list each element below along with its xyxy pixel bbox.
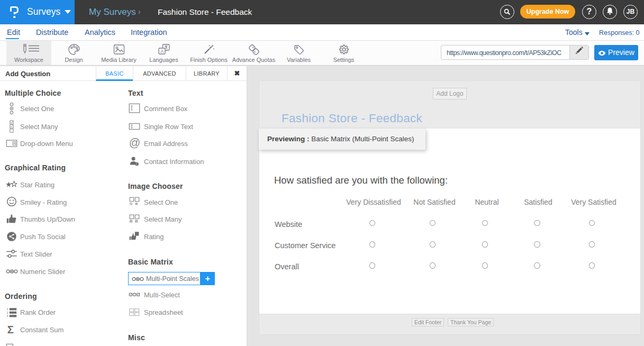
svg-text:1: 1 [7,307,8,311]
svg-text:3: 3 [7,314,8,317]
svg-text:Σ: Σ [7,324,14,335]
svg-text:i: i [137,162,137,166]
svg-text:@: @ [129,137,141,149]
svg-text:2: 2 [7,311,8,314]
svg-text:A: A [160,49,164,54]
